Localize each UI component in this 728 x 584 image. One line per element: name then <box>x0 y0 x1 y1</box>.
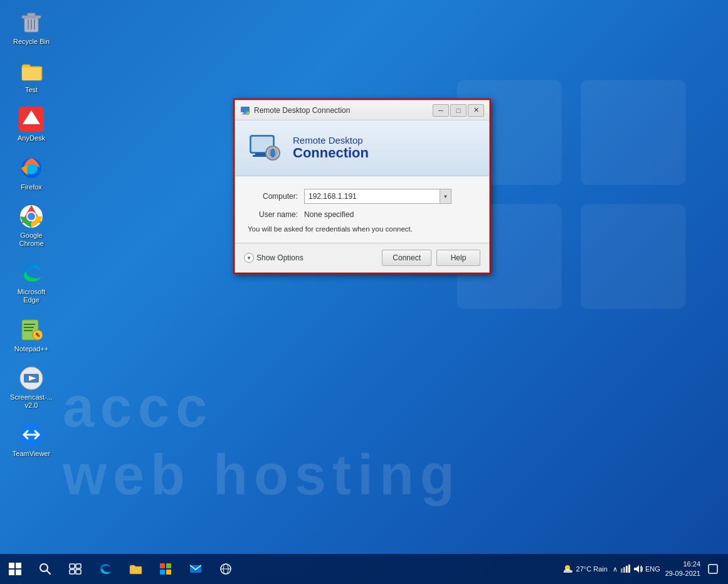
anydesk-icon <box>19 107 44 132</box>
svg-rect-47 <box>166 570 171 575</box>
svg-point-16 <box>28 213 35 220</box>
network-systray-icon[interactable] <box>620 564 630 574</box>
taskbar-taskview-icon[interactable] <box>60 554 90 584</box>
desktop-icon-test[interactable]: Test <box>6 55 56 98</box>
svg-rect-19 <box>24 327 34 328</box>
language-indicator[interactable]: ENG <box>645 565 660 573</box>
notification-button[interactable] <box>705 554 720 584</box>
taskbar-systray: ∧ ENG <box>613 564 660 574</box>
screencast-label: Screencast-... v2.0 <box>9 393 54 410</box>
svg-rect-1 <box>581 80 685 185</box>
microsoft-edge-icon <box>19 260 44 285</box>
svg-rect-44 <box>160 563 165 568</box>
desktop-icon-google-chrome[interactable]: Google Chrome <box>6 200 56 252</box>
desktop-icon-firefox[interactable]: Firefox <box>6 152 56 195</box>
svg-rect-45 <box>166 563 171 568</box>
notepadpp-label: Notepad++ <box>14 345 48 353</box>
taskbar-weather[interactable]: 27°C Rain <box>561 563 608 575</box>
dialog-header: Remote Desktop Connection <box>235 120 489 176</box>
firefox-icon <box>19 156 44 181</box>
rdp-dialog: Remote Desktop Connection ─ □ ✕ <box>235 100 490 273</box>
svg-rect-55 <box>626 566 628 573</box>
desktop-watermark: accc web hosting <box>63 373 728 509</box>
start-button[interactable] <box>0 554 30 584</box>
show-options-label: Show Options <box>256 253 303 262</box>
windows-logo-icon <box>9 563 21 575</box>
dialog-header-text: Remote Desktop Connection <box>293 135 369 161</box>
taskbar-search-icon[interactable] <box>30 554 60 584</box>
volume-systray-icon[interactable] <box>633 564 643 574</box>
taskbar: 27°C Rain ∧ ENG 16:24 29-09-2021 <box>0 554 728 584</box>
svg-line-39 <box>47 571 50 574</box>
footer-buttons: Connect Help <box>382 250 480 266</box>
svg-rect-56 <box>628 565 630 573</box>
dialog-header-line2: Connection <box>293 146 369 161</box>
maximize-button[interactable]: □ <box>450 104 467 117</box>
svg-rect-58 <box>709 565 717 573</box>
weather-icon <box>561 563 574 575</box>
svg-text:✎: ✎ <box>35 332 40 339</box>
rdp-header-icon <box>248 130 283 166</box>
firefox-label: Firefox <box>21 183 42 191</box>
dialog-footer: ▼ Show Options Connect Help <box>235 243 489 272</box>
microsoft-edge-label: Microsoft Edge <box>9 288 54 304</box>
dialog-titlebar: Remote Desktop Connection ─ □ ✕ <box>235 100 489 120</box>
desktop-icon-microsoft-edge[interactable]: Microsoft Edge <box>6 257 56 308</box>
teamviewer-label: TeamViewer <box>13 450 50 458</box>
svg-rect-53 <box>621 568 623 573</box>
taskbar-date: 29-09-2021 <box>665 569 700 578</box>
svg-rect-40 <box>70 564 75 568</box>
dialog-title-text: Remote Desktop Connection <box>254 106 350 115</box>
svg-rect-33 <box>255 153 266 155</box>
taskbar-mail-icon[interactable] <box>181 554 211 584</box>
svg-rect-42 <box>70 570 75 574</box>
taskbar-fileexplorer-icon[interactable] <box>120 554 150 584</box>
svg-rect-41 <box>76 564 81 568</box>
titlebar-left: Remote Desktop Connection <box>240 105 350 115</box>
desktop-icons-area: Recycle Bin Test AnyDesk <box>6 6 56 462</box>
taskbar-clock[interactable]: 16:24 29-09-2021 <box>665 560 700 579</box>
svg-rect-43 <box>76 570 81 574</box>
svg-rect-18 <box>24 324 35 325</box>
desktop-icon-screencast[interactable]: Screencast-... v2.0 <box>6 362 56 413</box>
svg-rect-3 <box>581 204 685 309</box>
username-row: User name: None specified <box>248 210 477 219</box>
svg-marker-57 <box>634 565 639 573</box>
minimize-button[interactable]: ─ <box>433 104 449 117</box>
computer-input[interactable] <box>305 192 440 201</box>
desktop-icon-recycle-bin[interactable]: Recycle Bin <box>6 6 56 50</box>
computer-label: Computer: <box>248 192 304 201</box>
svg-point-38 <box>40 564 48 571</box>
anydesk-label: AnyDesk <box>18 134 45 142</box>
taskbar-right: 27°C Rain ∧ ENG 16:24 29-09-2021 <box>561 554 728 584</box>
show-options-control[interactable]: ▼ Show Options <box>244 253 303 263</box>
help-button[interactable]: Help <box>436 250 480 266</box>
expand-tray-icon[interactable]: ∧ <box>613 565 618 573</box>
desktop-icon-notepadpp[interactable]: ✎ Notepad++ <box>6 314 56 357</box>
screencast-icon <box>19 366 44 391</box>
show-options-icon: ▼ <box>244 253 254 263</box>
svg-point-30 <box>246 111 250 115</box>
taskbar-edge-icon[interactable] <box>90 554 120 584</box>
computer-dropdown-btn[interactable]: ▼ <box>440 189 451 203</box>
computer-row: Computer: ▼ <box>248 189 477 204</box>
titlebar-buttons: ─ □ ✕ <box>433 104 484 117</box>
weather-text: 27°C Rain <box>576 565 608 573</box>
username-value: None specified <box>304 210 354 219</box>
connect-button[interactable]: Connect <box>382 250 431 266</box>
taskbar-store-icon[interactable] <box>150 554 181 584</box>
computer-input-wrapper: ▼ <box>304 189 451 204</box>
recycle-bin-icon <box>19 10 44 35</box>
dialog-body: Computer: ▼ User name: None specified Yo… <box>235 176 489 243</box>
desktop-icon-teamviewer[interactable]: TeamViewer <box>6 418 56 462</box>
dialog-header-line1: Remote Desktop <box>293 135 369 146</box>
close-button[interactable]: ✕ <box>468 104 484 117</box>
google-chrome-label: Google Chrome <box>9 231 54 248</box>
rdp-title-icon <box>240 105 250 115</box>
svg-rect-54 <box>623 567 625 573</box>
taskbar-network-icon[interactable] <box>211 554 241 584</box>
svg-rect-6 <box>28 13 35 16</box>
taskbar-left <box>0 554 241 584</box>
desktop-icon-anydesk[interactable]: AnyDesk <box>6 103 56 146</box>
test-folder-icon <box>19 58 44 83</box>
